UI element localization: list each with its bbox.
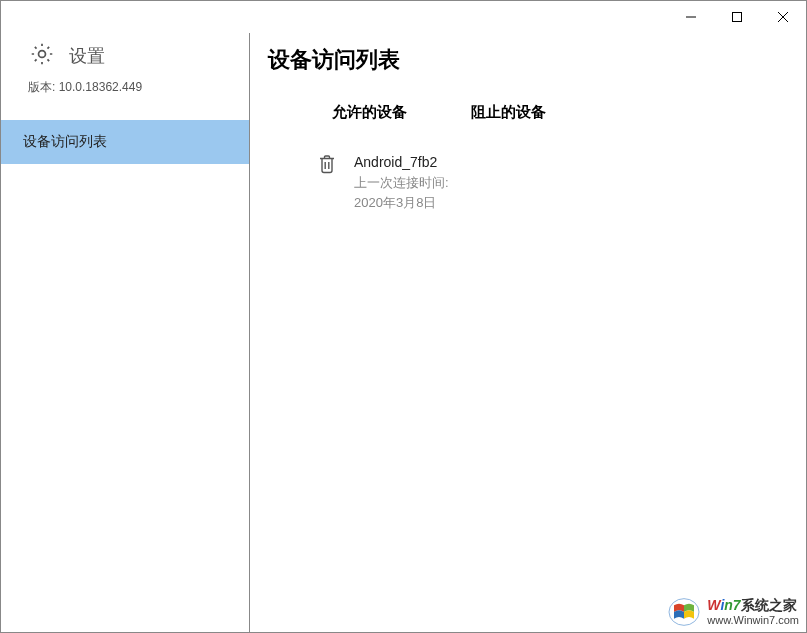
minimize-icon [686,12,696,22]
sidebar-title: 设置 [69,44,105,68]
sidebar-header: 设置 [1,33,249,77]
watermark-text: Win7系统之家 www.Winwin7.com [707,598,799,625]
gear-icon [29,41,55,71]
windows-flag-icon [667,597,701,627]
svg-rect-1 [733,13,742,22]
close-button[interactable] [760,1,806,33]
tab-bar: 允许的设备 阻止的设备 [268,103,788,128]
window-titlebar [1,1,806,33]
device-last-connect-label: 上一次连接时间: [354,173,449,193]
delete-device-button[interactable] [316,154,338,174]
tab-allowed-devices[interactable]: 允许的设备 [332,103,407,128]
watermark: Win7系统之家 www.Winwin7.com [667,597,799,627]
sidebar-item-label: 设备访问列表 [23,133,107,151]
svg-point-4 [39,51,46,58]
device-row: Android_7fb2 上一次连接时间: 2020年3月8日 [268,152,788,212]
main-panel: 设备访问列表 允许的设备 阻止的设备 Android_7fb2 上一次连接时间: [250,33,806,632]
minimize-button[interactable] [668,1,714,33]
device-last-connect-time: 2020年3月8日 [354,193,449,213]
maximize-icon [732,12,742,22]
tab-blocked-devices[interactable]: 阻止的设备 [471,103,546,128]
trash-icon [318,154,336,174]
app-window: 设置 版本: 10.0.18362.449 设备访问列表 设备访问列表 允许的设… [0,0,807,633]
close-icon [778,12,788,22]
version-label: 版本: 10.0.18362.449 [1,77,249,120]
watermark-url: www.Winwin7.com [707,614,799,626]
maximize-button[interactable] [714,1,760,33]
page-title: 设备访问列表 [268,45,788,75]
device-info: Android_7fb2 上一次连接时间: 2020年3月8日 [354,152,449,212]
sidebar: 设置 版本: 10.0.18362.449 设备访问列表 [1,33,249,632]
device-name: Android_7fb2 [354,152,449,173]
watermark-title: Win7系统之家 [707,598,799,613]
sidebar-item-device-access-list[interactable]: 设备访问列表 [1,120,249,164]
app-body: 设置 版本: 10.0.18362.449 设备访问列表 设备访问列表 允许的设… [1,33,806,632]
